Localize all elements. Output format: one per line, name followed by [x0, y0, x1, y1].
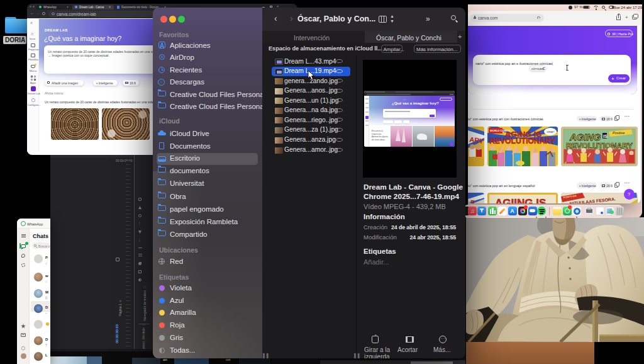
svg-text:REVOLUTIONARY: REVOLUTIONARY: [566, 142, 633, 151]
svg-text:GREAT!: GREAT!: [547, 131, 555, 134]
svg-text:AGIING IS: AGIING IS: [495, 197, 546, 203]
svg-text:R: R: [470, 200, 475, 203]
svg-text:Positive: Positive: [613, 131, 625, 135]
svg-text:AGING: AGING: [569, 132, 601, 142]
svg-text:REVOLUTIONARY: REVOLUTIONARY: [489, 137, 556, 145]
svg-text:IS: IS: [603, 134, 608, 139]
